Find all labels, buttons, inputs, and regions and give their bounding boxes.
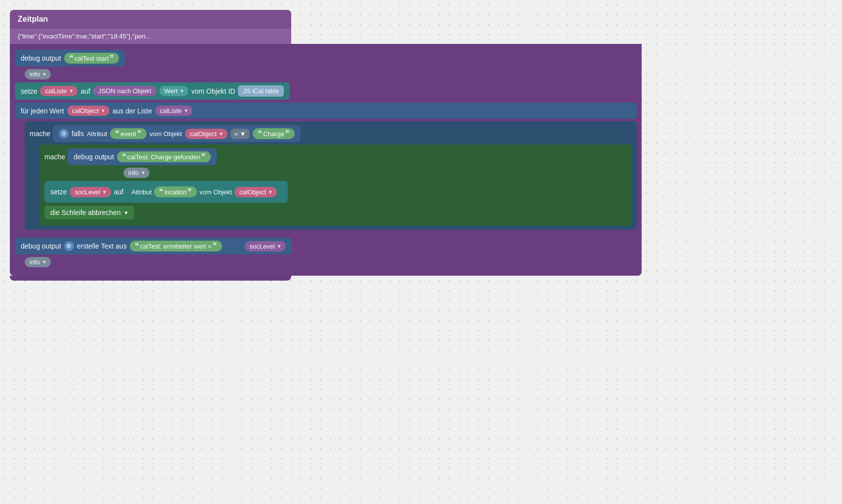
debug-value-chip-1: ❝ calTest start ❞ [64,53,119,64]
debug-value-1: calTest start [75,55,109,62]
inner-mache-label: mache [44,153,65,161]
debug-block-inner: debug output ❝ calTest: Charge gefunden … [68,148,217,165]
ical-table-text: JS iCal table [243,87,279,95]
calliste-dropdown-1[interactable]: calListe ▼ [40,86,77,96]
outer-container: debug output ❝ calTest start ❞ info ▼ [10,44,642,276]
debug-inner-chip: ❝ calTest: Charge gefunden ❞ [117,151,211,162]
attribut-text-inner: Attribut [131,188,152,196]
wert-text: Wert [164,87,178,95]
debug-bottom-value: calTest: ermittelter wert = [140,243,212,250]
soclevel-var: socLevel [75,188,100,196]
vom-objekt-falls: vom Objekt [150,130,182,138]
schleife-block[interactable]: die Schleife abbrechen ▼ [44,206,134,219]
schleife-arrow: ▼ [123,210,128,216]
info-dropdown-bottom[interactable]: info ▼ [25,257,51,267]
debug-bottom-chip: ❝ calTest: ermittelter wert = ❞ [130,241,222,252]
debug-label-bottom: debug output [21,242,61,250]
falls-text: falls [72,130,84,138]
gear-icon-bottom: ⚙ [64,241,74,251]
attribut-block-inner: Attribut ❝ location ❞ vom Objekt calObje… [126,184,282,200]
ical-table-chip: JS iCal table [238,85,284,97]
calobject-dropdown-falls[interactable]: calObject ▼ [185,129,228,139]
info-arrow-1: ▼ [42,72,47,77]
info-label-bottom: info [30,258,40,266]
aus-text: aus der Liste [113,107,152,115]
erstelle-text: erstelle Text aus [77,242,127,250]
schleife-label: die Schleife abbrechen [50,209,120,216]
vom-objekt-inner: vom Objekt [199,188,232,196]
soclevel-dropdown-bottom[interactable]: socLevel ▼ [245,241,286,252]
calobject-falls: calObject [190,130,217,138]
calliste-fuer: calListe [160,107,182,114]
calliste-dropdown-fuer[interactable]: calListe ▼ [155,106,192,116]
setze-soclevel-block: setze socLevel ▼ auf Attribut ❝ location [44,181,288,203]
fuer-block: für jeden Wert calObject ▼ aus der Liste… [15,103,637,119]
json-nach-objekt-chip: JSON nach Objekt [93,86,156,96]
falls-block: ⚙ falls Attribut ❝ event ❞ vom Objekt ca… [53,125,301,142]
equals-op: = [234,130,238,138]
setze-label-2: setze [50,188,67,196]
event-value: event [120,130,136,138]
gear-icon-falls: ⚙ [59,129,69,139]
calobject-inner: calObject [239,188,266,196]
calobject-dropdown-fuer[interactable]: calObject ▼ [67,106,110,116]
soclevel-dropdown[interactable]: socLevel ▼ [70,187,111,197]
charge-chip: ❝ Charge ❞ [253,128,295,139]
debug-output-block-1: debug output ❝ calTest start ❞ [15,50,125,67]
debug-label-1: debug output [21,54,61,62]
location-value: location [164,188,187,196]
wert-dropdown[interactable]: Wert ▼ [159,86,189,96]
soclevel-bottom: socLevel [250,243,275,250]
json-func: JSON nach Objekt [98,87,152,95]
info-label-inner: info [128,169,139,177]
zeitplan-json-value: {"time":{"exactTime":true,"start":"18:45… [18,33,151,40]
equals-op-chip: = ▼ [230,129,250,139]
info-label-1: info [30,71,40,78]
zeitplan-json: {"time":{"exactTime":true,"start":"18:45… [10,29,291,44]
vom-objekt-text: vom Objekt ID [191,87,235,95]
info-dropdown-inner[interactable]: info ▼ [123,168,150,178]
calobject-fuer: calObject [72,107,99,114]
location-chip: ❝ location ❞ [154,186,197,197]
charge-value: Charge [263,130,284,138]
setze-text: setze [21,87,37,95]
event-chip: ❝ event ❞ [110,128,147,139]
calliste-var-1: calListe [45,87,67,95]
setze-block-1: setze calListe ▼ auf JSON nach Objekt We… [15,82,290,100]
info-dropdown-1[interactable]: info ▼ [25,69,51,79]
debug-inner-value: calTest: Charge gefunden [127,153,200,161]
zeitplan-header: Zeitplan [10,10,291,29]
zeitplan-title: Zeitplan [18,15,48,23]
debug-label-inner: debug output [74,153,114,161]
mache-label: mache [30,130,50,138]
calobject-dropdown-inner[interactable]: calObject ▼ [234,187,277,197]
debug-block-bottom: debug output ⚙ erstelle Text aus ❝ calTe… [15,238,292,254]
attribut-text-1: Attribut [87,130,107,138]
auf-text-2: auf [114,188,123,196]
fuer-text: für jeden Wert [21,107,64,115]
auf-text: auf [80,87,90,95]
